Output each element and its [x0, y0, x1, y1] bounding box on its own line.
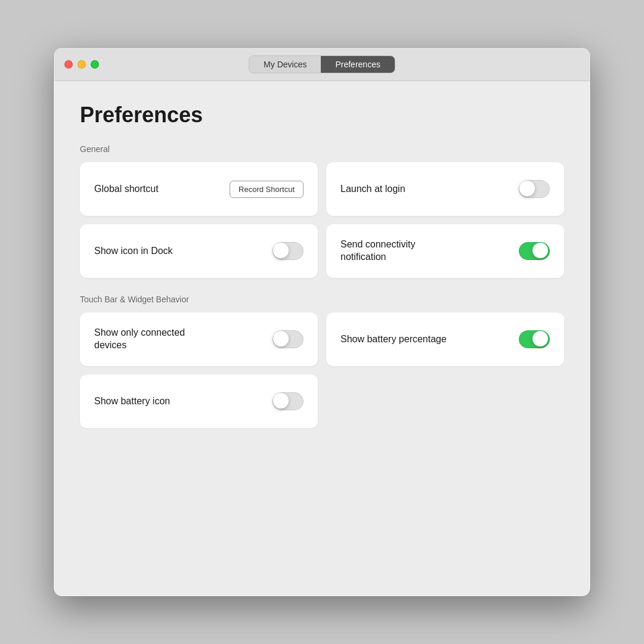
show-icon-in-dock-label: Show icon in Dock: [94, 245, 173, 258]
toggle-knob: [519, 181, 535, 196]
touch-bar-row-1: Show only connected devices Show battery…: [80, 312, 564, 366]
card-show-battery-percentage: Show battery percentage: [326, 312, 564, 366]
title-bar: My Devices Preferences: [54, 48, 590, 81]
toggle-knob: [532, 331, 548, 346]
toggle-knob: [532, 243, 548, 258]
card-show-battery-icon: Show battery icon: [80, 374, 318, 428]
launch-at-login-toggle[interactable]: [519, 180, 550, 198]
show-only-connected-devices-toggle[interactable]: [273, 330, 304, 348]
show-icon-in-dock-toggle[interactable]: [273, 242, 304, 260]
toggle-knob: [273, 243, 289, 258]
card-send-connectivity-notification: Send connectivity notification: [326, 224, 564, 278]
card-launch-at-login: Launch at login: [326, 162, 564, 216]
section-label-general: General: [80, 144, 564, 154]
global-shortcut-label: Global shortcut: [94, 183, 159, 196]
tab-bar: My Devices Preferences: [249, 55, 395, 73]
tab-preferences[interactable]: Preferences: [321, 56, 394, 73]
traffic-lights: [64, 60, 99, 69]
show-only-connected-devices-label: Show only connected devices: [94, 327, 213, 352]
show-battery-percentage-label: Show battery percentage: [340, 333, 447, 346]
app-window: My Devices Preferences Preferences Gener…: [54, 48, 590, 596]
show-battery-percentage-toggle[interactable]: [519, 330, 550, 348]
show-battery-icon-toggle[interactable]: [273, 392, 304, 410]
minimize-button[interactable]: [78, 60, 86, 69]
general-row-1: Global shortcut Record Shortcut Launch a…: [80, 162, 564, 216]
touch-bar-row-2: Show battery icon: [80, 374, 564, 428]
section-label-touch-bar: Touch Bar & Widget Behavior: [80, 295, 564, 304]
card-show-only-connected-devices: Show only connected devices: [80, 312, 318, 366]
card-show-icon-in-dock: Show icon in Dock: [80, 224, 318, 278]
page-title: Preferences: [80, 103, 564, 128]
close-button[interactable]: [64, 60, 73, 69]
card-global-shortcut: Global shortcut Record Shortcut: [80, 162, 318, 216]
record-shortcut-button[interactable]: Record Shortcut: [230, 181, 304, 198]
toggle-knob: [273, 331, 289, 346]
tab-my-devices[interactable]: My Devices: [249, 56, 321, 73]
section-touch-bar: Touch Bar & Widget Behavior Show only co…: [80, 295, 564, 428]
launch-at-login-label: Launch at login: [340, 183, 405, 196]
toggle-knob: [273, 393, 289, 408]
section-general: General Global shortcut Record Shortcut …: [80, 144, 564, 278]
show-battery-icon-label: Show battery icon: [94, 395, 170, 408]
maximize-button[interactable]: [91, 60, 99, 69]
send-connectivity-notification-label: Send connectivity notification: [340, 239, 460, 264]
content-area: Preferences General Global shortcut Reco…: [54, 81, 590, 596]
general-row-2: Show icon in Dock Send connectivity noti…: [80, 224, 564, 278]
send-connectivity-notification-toggle[interactable]: [519, 242, 550, 260]
